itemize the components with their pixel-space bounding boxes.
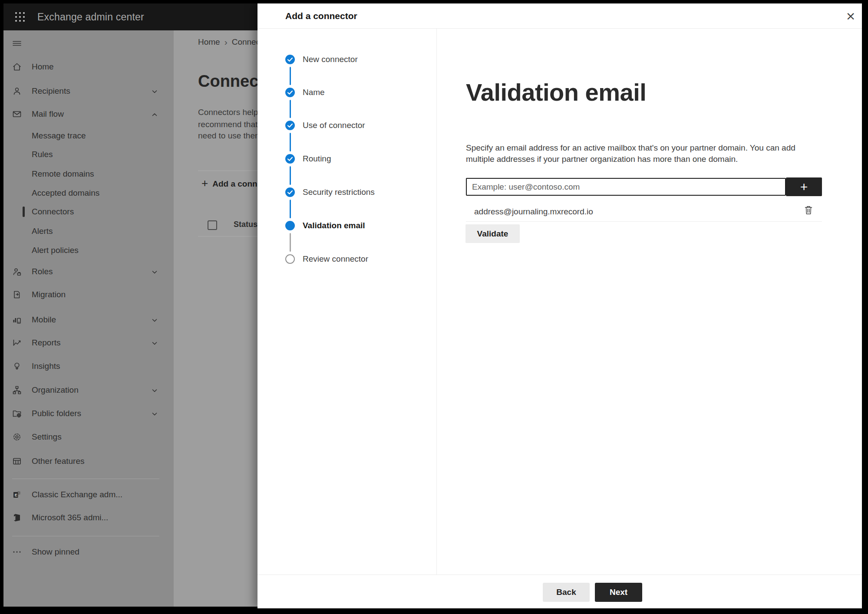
roles-icon xyxy=(12,266,22,277)
step-validation-email[interactable]: Validation email xyxy=(257,216,431,235)
table-grid-icon xyxy=(12,456,22,466)
step-connector-line xyxy=(290,67,291,85)
sidebar-item-reports[interactable]: Reports xyxy=(3,333,174,352)
step-completed-icon xyxy=(285,88,295,97)
sidebar-item-rules[interactable]: Rules xyxy=(3,145,174,164)
home-icon xyxy=(12,62,22,72)
hamburger-icon xyxy=(12,38,22,49)
sidebar-item-insights[interactable]: Insights xyxy=(3,357,174,376)
gear-icon xyxy=(12,432,22,442)
sidebar-item-accepted-domains[interactable]: Accepted domains xyxy=(3,184,174,203)
sidebar-item-label: Mobile xyxy=(32,315,56,325)
public-folder-icon xyxy=(12,408,22,419)
step-heading: Validation email xyxy=(466,78,646,106)
sidebar-item-label: Recipients xyxy=(32,86,70,96)
sidebar-item-label: Rules xyxy=(32,150,53,159)
add-connector-dialog: Add a connector × New connector Name Use… xyxy=(257,3,862,608)
line-chart-icon xyxy=(12,338,22,348)
chevron-down-icon xyxy=(151,268,158,275)
microsoft-365-icon xyxy=(12,512,22,523)
sidebar-item-label: Connectors xyxy=(32,207,74,217)
step-review-connector[interactable]: Review connector xyxy=(257,250,431,269)
chevron-down-icon xyxy=(151,387,158,394)
person-icon xyxy=(12,86,22,96)
status-column-label: Status xyxy=(234,220,257,229)
validate-button[interactable]: Validate xyxy=(465,224,520,243)
sidebar-item-mobile[interactable]: Mobile xyxy=(3,310,174,329)
sidebar-item-organization[interactable]: Organization xyxy=(3,381,174,400)
step-upcoming-icon xyxy=(285,254,295,264)
page-description-line: need to use them xyxy=(198,130,257,141)
sidebar-item-roles[interactable]: Roles xyxy=(3,262,174,281)
step-label: Security restrictions xyxy=(303,187,375,197)
mail-icon xyxy=(12,109,22,119)
close-icon[interactable]: × xyxy=(843,8,858,24)
delete-address-button[interactable] xyxy=(803,204,814,216)
address-row-divider xyxy=(466,221,822,222)
table-header-divider xyxy=(198,236,257,236)
chevron-down-icon xyxy=(151,316,158,323)
step-completed-icon xyxy=(285,154,295,164)
add-connector-toolbar-label: Add a connector xyxy=(212,179,257,189)
sidebar-item-label: Insights xyxy=(32,361,60,371)
sidebar-item-label: Mail flow xyxy=(32,109,64,119)
sidebar-item-message-trace[interactable]: Message trace xyxy=(3,126,174,145)
dialog-title: Add a connector xyxy=(285,3,357,28)
step-label: Validation email xyxy=(303,221,365,230)
sidebar-divider xyxy=(12,479,159,479)
sidebar-item-classic-exchange[interactable]: E Classic Exchange adm... xyxy=(3,485,174,504)
step-completed-icon xyxy=(285,55,295,64)
sidebar-item-show-pinned[interactable]: Show pinned xyxy=(3,542,174,561)
stepper-content-divider xyxy=(436,29,437,575)
add-email-button[interactable]: + xyxy=(786,177,822,196)
app-launcher-icon[interactable] xyxy=(10,7,30,26)
sidebar-item-settings[interactable]: Settings xyxy=(3,427,174,447)
sidebar-item-remote-domains[interactable]: Remote domains xyxy=(3,164,174,184)
sidebar-item-connectors[interactable]: Connectors xyxy=(3,202,174,221)
sidebar-item-label: Accepted domains xyxy=(32,188,99,198)
sidebar-item-recipients[interactable]: Recipients xyxy=(3,82,174,101)
step-label: Name xyxy=(303,88,325,97)
breadcrumb-home-link[interactable]: Home xyxy=(198,37,220,47)
step-completed-icon xyxy=(285,121,295,130)
select-all-checkbox[interactable] xyxy=(208,220,217,230)
sidebar-item-alert-policies[interactable]: Alert policies xyxy=(3,241,174,260)
sidebar-item-other-features[interactable]: Other features xyxy=(3,452,174,471)
step-new-connector[interactable]: New connector xyxy=(257,50,431,69)
sidebar-item-label: Reports xyxy=(32,338,61,348)
sidebar-item-label: Message trace xyxy=(32,131,86,141)
sidebar-item-migration[interactable]: Migration xyxy=(3,285,174,304)
sidebar-item-label: Settings xyxy=(32,432,62,442)
background-content: Home › Connectors Connectors Connectors … xyxy=(174,30,257,607)
breadcrumb: Home › Connectors xyxy=(198,36,257,48)
add-connector-toolbar-button[interactable]: + Add a connector xyxy=(201,177,257,191)
step-security-restrictions[interactable]: Security restrictions xyxy=(257,183,431,202)
classic-exchange-icon: E xyxy=(12,489,22,500)
dialog-header-divider xyxy=(257,28,862,29)
sidebar-item-alerts[interactable]: Alerts xyxy=(3,222,174,241)
sidebar-item-label: Alerts xyxy=(32,227,53,236)
screen: Exchange admin center Home Recipients xyxy=(0,0,868,614)
status-column-header[interactable]: Status xyxy=(234,220,257,229)
step-completed-icon xyxy=(285,187,295,197)
step-routing[interactable]: Routing xyxy=(257,149,431,168)
sidebar-item-public-folders[interactable]: Public folders xyxy=(3,404,174,423)
step-use-of-connector[interactable]: Use of connector xyxy=(257,116,431,135)
validation-email-input[interactable] xyxy=(466,178,786,196)
breadcrumb-current-link[interactable]: Connectors xyxy=(232,37,257,47)
chevron-down-icon xyxy=(151,339,158,346)
next-button[interactable]: Next xyxy=(595,583,642,602)
step-connector-line xyxy=(290,100,291,118)
step-connector-line xyxy=(290,133,291,151)
chevron-down-icon xyxy=(151,88,158,95)
step-label: Routing xyxy=(303,154,331,164)
step-name[interactable]: Name xyxy=(257,83,431,102)
sidebar-item-label: Microsoft 365 admi... xyxy=(32,513,108,522)
sidebar-item-mail-flow[interactable]: Mail flow xyxy=(3,105,174,124)
step-label: New connector xyxy=(303,55,358,64)
back-button[interactable]: Back xyxy=(543,583,590,602)
sidebar-item-home[interactable]: Home xyxy=(3,57,174,76)
page-title: Connectors xyxy=(198,72,257,91)
hamburger-menu-button[interactable] xyxy=(8,35,26,52)
sidebar-item-microsoft-365[interactable]: Microsoft 365 admi... xyxy=(3,508,174,527)
